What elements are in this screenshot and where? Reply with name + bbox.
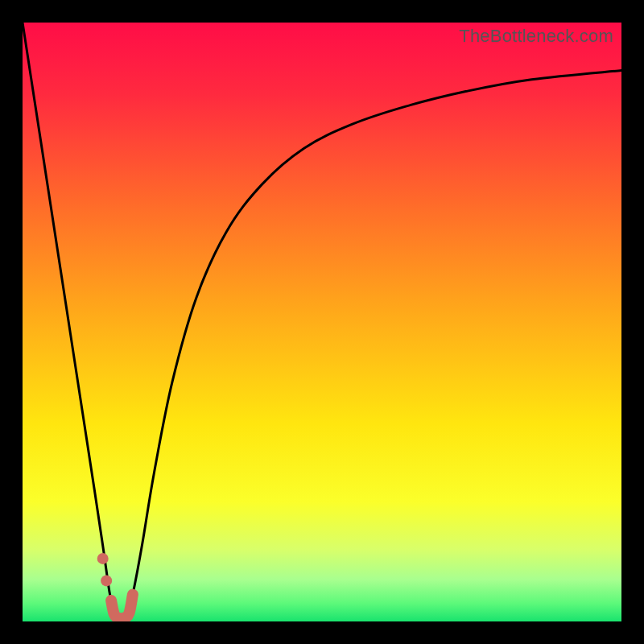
valley-highlight: [111, 595, 133, 619]
watermark-text: TheBottleneck.com: [459, 26, 613, 47]
plot-area: TheBottleneck.com: [23, 23, 621, 621]
series-left-branch: [23, 23, 114, 616]
valley-dots-0: [97, 553, 109, 564]
chart-container: TheBottleneck.com: [0, 0, 644, 644]
series-right-branch: [127, 71, 621, 616]
valley-dots-1: [101, 575, 112, 586]
curve-layer: [23, 23, 621, 621]
